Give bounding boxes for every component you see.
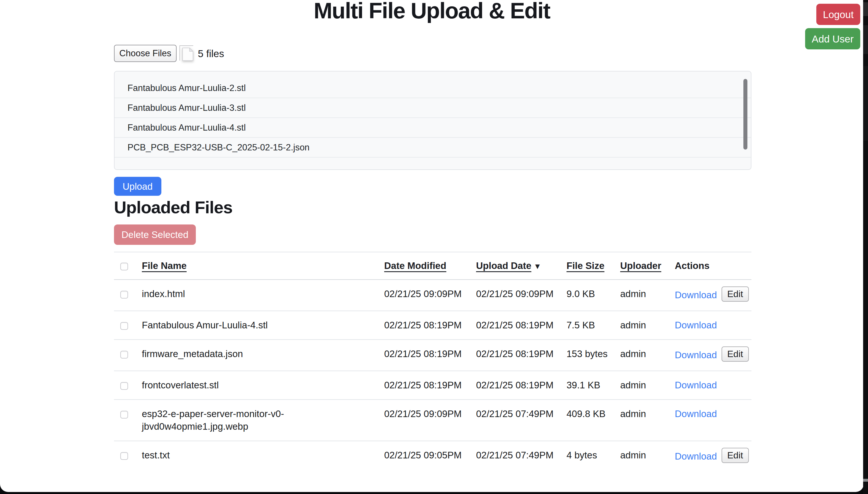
delete-selected-button[interactable]: Delete Selected (114, 225, 196, 245)
selected-file-item: Fantabulous Amur-Luulia-2.stl (115, 78, 751, 98)
row-checkbox[interactable] (120, 452, 128, 460)
row-checkbox[interactable] (120, 322, 128, 330)
upload-date: 02/21/25 07:49PM (476, 441, 567, 472)
column-header-actions: Actions (675, 252, 751, 280)
table-row: frontcoverlatest.stl02/21/25 08:19PM02/2… (114, 371, 751, 400)
table-row: index.html02/21/25 09:09PM02/21/25 09:09… (114, 280, 751, 311)
table-row: test.txt02/21/25 09:05PM02/21/25 07:49PM… (114, 441, 751, 472)
upload-button[interactable]: Upload (114, 177, 162, 196)
download-link[interactable]: Download (675, 408, 717, 419)
file-icon (180, 45, 193, 61)
column-header-uploader[interactable]: Uploader (620, 252, 675, 280)
select-all-checkbox[interactable] (120, 263, 128, 270)
edge-segment (863, 66, 868, 141)
add-user-button[interactable]: Add User (805, 28, 860, 50)
date-modified: 02/21/25 09:09PM (384, 280, 476, 311)
download-link[interactable]: Download (675, 451, 717, 461)
file-size: 7.5 KB (567, 311, 620, 340)
file-size: 9.0 KB (567, 280, 620, 311)
selected-file-item: Fantabulous Amur-Luulia-4.stl (115, 118, 751, 138)
actions-cell: DownloadEdit (675, 280, 751, 311)
row-checkbox[interactable] (120, 411, 128, 418)
date-modified: 02/21/25 09:05PM (384, 441, 476, 472)
uploaded-files-table: File NameDate ModifiedUpload Date▼File S… (114, 252, 751, 472)
browser-page: Multi File Upload & Edit Logout Add User… (0, 0, 864, 492)
upload-date: 02/21/25 07:49PM (476, 400, 567, 441)
edge-segment (863, 25, 868, 54)
selected-file-item: PCB_PCB_ESP32-USB-C_2025-02-15-2.json (115, 138, 751, 157)
uploader: admin (620, 340, 675, 371)
column-header-upload-date[interactable]: Upload Date▼ (476, 252, 567, 280)
column-header-date-modified[interactable]: Date Modified (384, 252, 476, 280)
file-name: index.html (142, 280, 384, 311)
selected-file-item: Fantabulous Amur-Luulia-3.stl (115, 98, 751, 118)
file-name: test.txt (142, 441, 384, 472)
file-name: esp32-e-paper-server-monitor-v0-jbvd0w4o… (142, 400, 384, 441)
date-modified: 02/21/25 08:19PM (384, 340, 476, 371)
main-content: Choose Files 5 files Fantabulous Amur-Lu… (114, 0, 751, 492)
sort-desc-icon: ▼ (534, 262, 542, 271)
selected-files-list: Fantabulous Amur-Luulia-2.stlFantabulous… (114, 71, 751, 170)
list-scrollbar-thumb[interactable] (743, 79, 748, 150)
row-checkbox[interactable] (120, 351, 128, 359)
upload-date: 02/21/25 08:19PM (476, 311, 567, 340)
edit-button[interactable]: Edit (721, 448, 749, 463)
file-size: 409.8 KB (567, 400, 620, 441)
download-link[interactable]: Download (675, 320, 717, 330)
file-name: frontcoverlatest.stl (142, 371, 384, 400)
selected-files-count: 5 files (198, 46, 224, 61)
date-modified: 02/21/25 09:09PM (384, 400, 476, 441)
upload-date: 02/21/25 08:19PM (476, 340, 567, 371)
date-modified: 02/21/25 08:19PM (384, 371, 476, 400)
table-header-row: File NameDate ModifiedUpload Date▼File S… (114, 252, 751, 280)
edge-segment (863, 2, 868, 16)
actions-cell: DownloadEdit (675, 340, 751, 371)
edit-button[interactable]: Edit (721, 286, 749, 302)
download-link[interactable]: Download (675, 349, 717, 360)
table-row: firmware_metadata.json02/21/25 08:19PM02… (114, 340, 751, 371)
window-scrollbar-track (863, 0, 868, 494)
choose-files-button[interactable]: Choose Files (114, 45, 176, 62)
uploader: admin (620, 371, 675, 400)
download-link[interactable]: Download (675, 380, 717, 391)
upload-date: 02/21/25 08:19PM (476, 371, 567, 400)
file-size: 39.1 KB (567, 371, 620, 400)
date-modified: 02/21/25 08:19PM (384, 311, 476, 340)
file-size: 153 bytes (567, 340, 620, 371)
uploader: admin (620, 280, 675, 311)
logout-button[interactable]: Logout (816, 4, 860, 25)
table-row: esp32-e-paper-server-monitor-v0-jbvd0w4o… (114, 400, 751, 441)
column-header-file-name[interactable]: File Name (142, 252, 384, 280)
file-name: firmware_metadata.json (142, 340, 384, 371)
uploaded-files-heading: Uploaded Files (114, 197, 232, 217)
file-size: 4 bytes (567, 441, 620, 472)
edit-button[interactable]: Edit (721, 346, 749, 362)
actions-cell: Download (675, 400, 751, 441)
table-row: Fantabulous Amur-Luulia-4.stl02/21/25 08… (114, 311, 751, 340)
row-checkbox[interactable] (120, 291, 128, 299)
window-scrollbar-thumb[interactable] (863, 479, 868, 482)
uploader: admin (620, 441, 675, 472)
actions-cell: DownloadEdit (675, 441, 751, 472)
download-link[interactable]: Download (675, 290, 717, 300)
uploader: admin (620, 311, 675, 340)
uploader: admin (620, 400, 675, 441)
actions-cell: Download (675, 311, 751, 340)
actions-cell: Download (675, 371, 751, 400)
file-name: Fantabulous Amur-Luulia-4.stl (142, 311, 384, 340)
upload-date: 02/21/25 09:09PM (476, 280, 567, 311)
row-checkbox[interactable] (120, 382, 128, 390)
column-header-file-size[interactable]: File Size (567, 252, 620, 280)
file-input: Choose Files 5 files (114, 44, 751, 64)
